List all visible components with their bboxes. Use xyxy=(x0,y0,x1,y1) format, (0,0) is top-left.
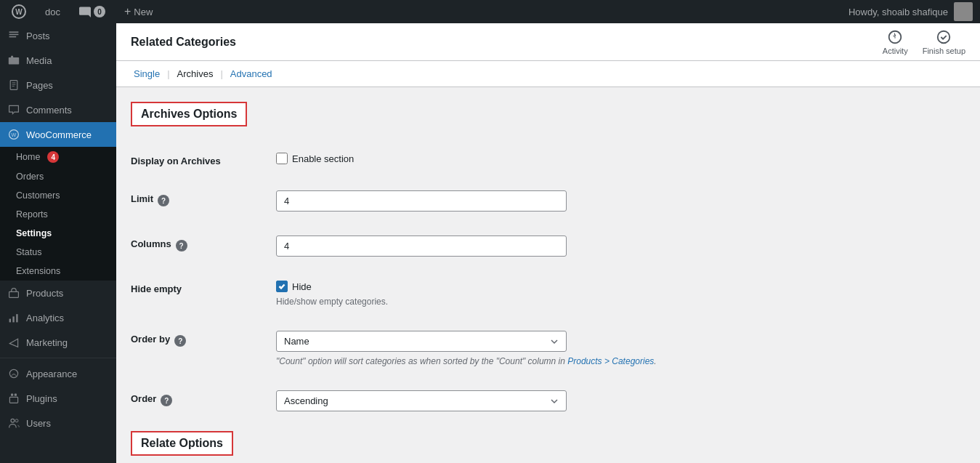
hide-empty-field: Hide Hide/show empty categories. xyxy=(276,281,965,307)
header-actions: Activity Finish setup xyxy=(883,29,965,55)
sidebar-item-home[interactable]: Home 4 xyxy=(0,147,116,167)
media-icon xyxy=(7,54,20,67)
limit-label: Limit ? xyxy=(131,190,276,206)
tab-archives[interactable]: Archives xyxy=(174,63,216,85)
posts-icon xyxy=(7,29,20,42)
columns-help-icon[interactable]: ? xyxy=(176,240,187,251)
order-help-icon[interactable]: ? xyxy=(161,395,172,406)
enable-section-checkbox[interactable] xyxy=(276,153,288,164)
relate-options-title: Relate Options xyxy=(131,431,233,456)
limit-row: Limit ? xyxy=(131,179,965,224)
display-on-archives-label: Display on Archives xyxy=(131,153,276,166)
hide-empty-row: Hide empty Hide Hide/show empty categori… xyxy=(131,269,965,319)
display-on-archives-field: Enable section xyxy=(276,153,965,164)
products-icon xyxy=(7,286,20,299)
svg-rect-15 xyxy=(16,314,17,322)
sidebar-item-customers[interactable]: Customers xyxy=(0,186,116,205)
sidebar-item-analytics[interactable]: Analytics xyxy=(0,305,116,330)
sidebar-item-posts[interactable]: Posts xyxy=(0,23,116,48)
svg-rect-4 xyxy=(9,36,17,38)
columns-input[interactable] xyxy=(276,235,567,257)
home-badge: 4 xyxy=(47,151,59,163)
comment-count: 0 xyxy=(94,6,105,17)
sidebar-item-reports[interactable]: Reports xyxy=(0,205,116,224)
order-row: Order ? Ascending Descending xyxy=(131,379,965,424)
order-label: Order ? xyxy=(131,390,276,406)
plugins-icon xyxy=(7,392,20,405)
howdy-text: Howdy, shoaib shafique xyxy=(849,7,948,17)
analytics-icon xyxy=(7,311,20,324)
sidebar-item-marketing[interactable]: Marketing xyxy=(0,330,116,355)
archives-options-title: Archives Options xyxy=(131,102,247,126)
order-by-label: Order by ? xyxy=(131,331,276,347)
hide-empty-label: Hide empty xyxy=(131,281,276,294)
comments-icon xyxy=(7,103,20,116)
svg-point-21 xyxy=(15,419,18,422)
sidebar-item-media[interactable]: Media xyxy=(0,48,116,73)
page-title: Related Categories xyxy=(131,36,236,49)
svg-rect-12 xyxy=(9,291,19,297)
svg-point-16 xyxy=(9,369,17,377)
hide-checkbox-checked xyxy=(276,281,288,292)
new-button[interactable]: + New xyxy=(120,0,157,23)
columns-row: Columns ? xyxy=(131,224,965,269)
pages-icon xyxy=(7,78,20,92)
svg-point-22 xyxy=(938,31,950,43)
main-content: Archives Options Display on Archives Ena… xyxy=(116,87,980,463)
hide-empty-description: Hide/show empty categories. xyxy=(276,297,965,307)
activity-button[interactable]: Activity xyxy=(883,29,908,55)
svg-rect-18 xyxy=(15,394,17,396)
admin-bar: W doc 0 + New Howdy, shoaib shafique xyxy=(0,0,980,23)
limit-input[interactable] xyxy=(276,190,567,212)
svg-rect-6 xyxy=(10,81,17,90)
sidebar: Posts Media Pages Comments W xyxy=(0,23,116,463)
hide-empty-checkbox-label[interactable]: Hide xyxy=(276,281,965,292)
sidebar-item-status[interactable]: Status xyxy=(0,243,116,262)
svg-text:W: W xyxy=(12,132,17,138)
tab-single[interactable]: Single xyxy=(131,63,163,85)
finish-setup-button[interactable]: Finish setup xyxy=(923,29,965,55)
svg-rect-13 xyxy=(9,319,11,323)
sidebar-item-appearance[interactable]: Appearance xyxy=(0,361,116,386)
sidebar-item-plugins[interactable]: Plugins xyxy=(0,386,116,411)
columns-field xyxy=(276,235,965,257)
order-field: Ascending Descending xyxy=(276,390,965,411)
products-categories-link[interactable]: Products > Categories xyxy=(567,356,654,366)
order-by-row: Order by ? Name Count ID Slug "Count" op… xyxy=(131,319,965,379)
woo-icon: W xyxy=(7,128,20,141)
svg-rect-2 xyxy=(9,31,19,33)
order-by-select[interactable]: Name Count ID Slug xyxy=(276,331,567,352)
order-by-help-icon[interactable]: ? xyxy=(174,335,186,347)
order-by-description: "Count" option will sort categories as w… xyxy=(276,356,965,366)
comment-bubble[interactable]: 0 xyxy=(75,0,110,23)
site-name[interactable]: doc xyxy=(41,0,65,23)
svg-rect-3 xyxy=(9,34,19,36)
tab-advanced[interactable]: Advanced xyxy=(227,63,275,85)
sidebar-item-extensions[interactable]: Extensions xyxy=(0,262,116,281)
svg-rect-5 xyxy=(9,57,19,65)
sidebar-item-woocommerce[interactable]: W WooCommerce xyxy=(0,122,116,147)
sidebar-item-pages[interactable]: Pages xyxy=(0,73,116,97)
woo-submenu: Home 4 Orders Customers Reports Settings… xyxy=(0,147,116,281)
enable-section-checkbox-label[interactable]: Enable section xyxy=(276,153,965,164)
svg-point-20 xyxy=(11,419,15,422)
display-on-archives-row: Display on Archives Enable section xyxy=(131,141,965,179)
appearance-icon xyxy=(7,367,20,380)
sidebar-item-orders[interactable]: Orders xyxy=(0,167,116,186)
order-select[interactable]: Ascending Descending xyxy=(276,390,567,411)
marketing-icon xyxy=(7,336,20,349)
order-by-field: Name Count ID Slug "Count" option will s… xyxy=(276,331,965,366)
svg-rect-14 xyxy=(12,316,14,322)
limit-field xyxy=(276,190,965,212)
users-icon xyxy=(7,416,20,430)
content-header: Related Categories Activity Finish setup xyxy=(116,23,980,61)
wp-logo[interactable]: W xyxy=(7,0,31,23)
sidebar-item-comments[interactable]: Comments xyxy=(0,97,116,122)
user-avatar xyxy=(954,2,973,21)
sidebar-item-settings[interactable]: Settings xyxy=(0,224,116,243)
limit-help-icon[interactable]: ? xyxy=(158,195,169,206)
columns-label: Columns ? xyxy=(131,235,276,251)
sidebar-item-products[interactable]: Products xyxy=(0,281,116,305)
tab-navigation: Single | Archives | Advanced xyxy=(116,61,980,87)
sidebar-item-users[interactable]: Users xyxy=(0,411,116,435)
